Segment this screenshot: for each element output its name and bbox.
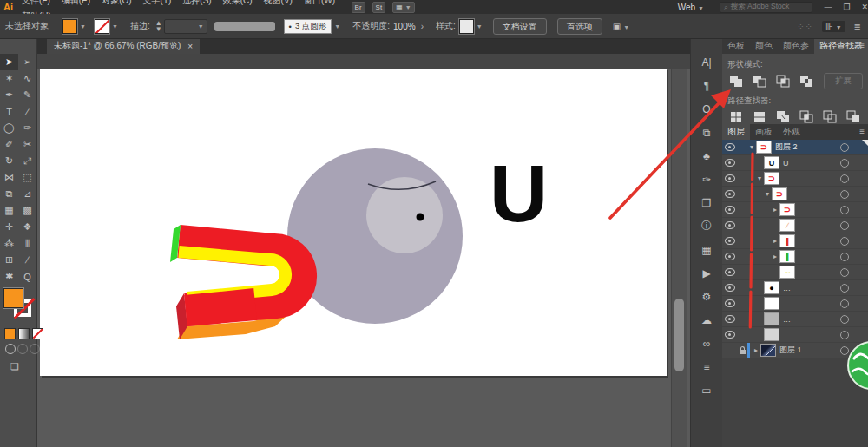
pen-tool-icon[interactable]: ✒ <box>0 87 18 103</box>
opentype-icon[interactable]: O <box>691 97 723 121</box>
layer-thumbnail-yellow-line[interactable]: ∼ <box>779 266 795 279</box>
chevron-down-icon[interactable]: ▾ <box>755 174 764 182</box>
scissors-tool-icon[interactable]: ✂ <box>18 136 36 153</box>
gradient-tool-icon[interactable]: ▩ <box>18 202 36 219</box>
pathfinder-minus-back-button[interactable] <box>845 109 862 125</box>
chevron-right-icon[interactable]: ▸ <box>752 346 760 354</box>
variable-width-profile[interactable] <box>214 22 275 31</box>
rotate-tool-icon[interactable]: ↻ <box>0 153 18 169</box>
menu-item-0[interactable]: 文件(F) <box>22 0 50 5</box>
paragraph-icon[interactable]: ¶ <box>691 74 723 97</box>
visibility-eye-icon[interactable] <box>722 143 737 151</box>
layer-row-green-shape[interactable]: ▸❚ <box>722 249 868 265</box>
opacity-more-arrow[interactable]: › <box>421 22 424 31</box>
hand-tool-icon[interactable]: ✱ <box>0 268 18 285</box>
selection-tool-icon[interactable]: ➤ <box>0 54 18 70</box>
mesh-tool-icon[interactable]: ▦ <box>0 202 18 219</box>
target-circle-icon[interactable] <box>840 268 849 277</box>
layers-tab-外观[interactable]: 外观 <box>778 124 806 140</box>
pathfinder-divide-button[interactable] <box>727 109 745 125</box>
pathfinder-crop-button[interactable] <box>798 109 815 125</box>
target-circle-icon[interactable] <box>840 253 849 261</box>
target-circle-icon[interactable] <box>840 237 849 246</box>
scale-tool-icon[interactable]: ⤢ <box>18 153 36 169</box>
layers-tab-画板[interactable]: 画板 <box>750 124 778 140</box>
tab-close-icon[interactable]: × <box>187 42 193 51</box>
menu-item-4[interactable]: 选择(S) <box>182 0 211 5</box>
shape-mode-minus-front-button[interactable] <box>751 74 768 89</box>
pathfinder-merge-button[interactable] <box>774 109 792 125</box>
list-options-icon[interactable]: ≣ <box>854 22 861 31</box>
document-tab[interactable]: 未标题-1* @ 66.67% (RGB/预览) × <box>47 37 200 54</box>
opacity-value[interactable]: 100% <box>393 22 416 31</box>
menu-item-3[interactable]: 文字(T) <box>143 0 172 5</box>
target-circle-icon[interactable] <box>840 331 849 339</box>
menu-lines-icon[interactable]: ≡ <box>691 355 723 378</box>
zoom-tool-icon[interactable]: Q <box>18 268 36 285</box>
stock-button[interactable]: St <box>372 2 386 13</box>
close-button[interactable]: ✕ <box>861 3 868 11</box>
lock-icon[interactable] <box>737 347 747 354</box>
canvas-area[interactable]: U <box>36 54 690 447</box>
panel-menu-icon[interactable]: ≡ <box>859 127 865 136</box>
target-circle-icon[interactable] <box>840 206 849 214</box>
fill-indicator[interactable] <box>3 288 23 308</box>
chevron-down-icon[interactable]: ▾ <box>747 143 756 151</box>
layer-row-…[interactable]: ●… <box>722 280 868 296</box>
visibility-eye-icon[interactable] <box>722 284 737 292</box>
color-button[interactable] <box>4 328 16 339</box>
shape-mode-unite-button[interactable] <box>727 74 745 89</box>
target-circle-icon[interactable] <box>840 221 849 230</box>
layer-label[interactable]: … <box>783 299 791 308</box>
pf-tab-颜色参[interactable]: 颜色参 <box>778 38 814 54</box>
artboard[interactable] <box>40 69 667 376</box>
visibility-eye-icon[interactable] <box>722 299 737 307</box>
stroke-color-swatch[interactable] <box>95 19 109 34</box>
layer-thumbnail-magnet[interactable]: ⊃ <box>772 187 787 200</box>
layer-label[interactable]: … <box>783 315 791 324</box>
creative-cloud-icon[interactable]: ☁ <box>691 308 723 332</box>
target-circle-icon[interactable] <box>840 299 849 308</box>
stock-search-input[interactable]: ⌕ 搜索 Adobe Stock <box>720 2 812 13</box>
target-circle-icon[interactable] <box>840 143 849 152</box>
chevron-down-icon[interactable]: ▾ <box>763 190 772 198</box>
pencil-tool-icon[interactable]: ✐ <box>0 136 18 153</box>
draw-behind-button[interactable] <box>17 344 28 354</box>
isolate-icon[interactable]: ▣▼ <box>613 22 629 31</box>
panel-menu-icon[interactable]: ≡ <box>859 41 865 50</box>
menu-item-7[interactable]: 窗口(W) <box>304 0 335 5</box>
pathfinder-outline-button[interactable] <box>821 109 838 125</box>
chevron-right-icon[interactable]: ▸ <box>771 237 779 245</box>
free-transform-tool-icon[interactable]: ⬚ <box>18 169 36 186</box>
magic-wand-tool-icon[interactable]: ✶ <box>0 70 18 87</box>
symbols-icon[interactable]: ♣ <box>691 144 723 168</box>
dock-collapse-icon[interactable]: ▭ <box>691 378 723 402</box>
artboard-tool-icon[interactable]: ⊞ <box>0 252 18 268</box>
document-info-icon[interactable]: ⓘ <box>691 214 723 238</box>
gradient-button[interactable] <box>18 328 30 339</box>
layer-row-…[interactable]: … <box>722 296 868 312</box>
panel-dock-toggle[interactable]: ⊪▼ <box>822 21 845 32</box>
draw-normal-button[interactable] <box>5 344 16 354</box>
layer-row-图层 1[interactable]: ▸图层 1 <box>722 343 868 358</box>
layer-thumbnail-white[interactable] <box>764 297 779 310</box>
workspace-switcher[interactable]: Web▼ <box>678 3 704 12</box>
symbol-sprayer-tool-icon[interactable]: ⁂ <box>0 235 18 252</box>
vertical-scrollbar[interactable] <box>671 69 687 447</box>
layer-thumbnail-light-gray[interactable] <box>764 328 779 341</box>
none-button[interactable] <box>32 328 43 339</box>
layer-thumbnail-gray[interactable] <box>764 312 779 325</box>
restore-button[interactable]: ❐ <box>843 3 850 11</box>
direct-selection-tool-icon[interactable]: ➢ <box>18 54 36 70</box>
shape-builder-tool-icon[interactable]: ⧉ <box>0 186 18 202</box>
width-tool-icon[interactable]: ⋈ <box>0 169 18 186</box>
target-circle-icon[interactable] <box>840 284 849 293</box>
visibility-eye-icon[interactable] <box>722 190 737 198</box>
style-swatch[interactable] <box>459 19 474 34</box>
menu-item-6[interactable]: 视图(V) <box>264 0 293 5</box>
target-circle-icon[interactable] <box>840 346 849 355</box>
visibility-eye-icon[interactable] <box>722 159 737 167</box>
paintbrush-tool-icon[interactable]: ✑ <box>18 120 36 136</box>
pf-tab-色板[interactable]: 色板 <box>722 38 750 54</box>
shape-mode-exclude-button[interactable] <box>798 74 815 89</box>
